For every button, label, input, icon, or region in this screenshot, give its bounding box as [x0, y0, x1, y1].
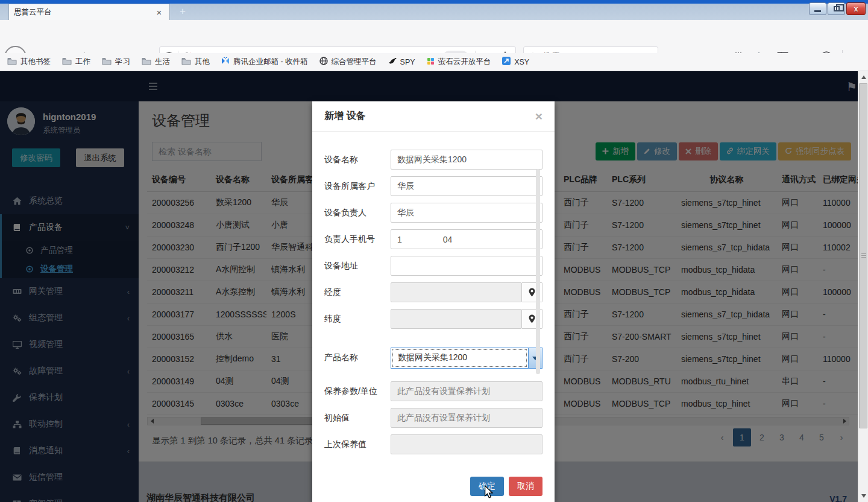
- field-label: 纬度: [324, 309, 391, 329]
- select-value: 数据网关采集1200: [392, 349, 527, 367]
- longitude-input: [391, 282, 522, 302]
- mouse-cursor: [483, 485, 495, 498]
- bookmark-label: 其他: [195, 57, 210, 67]
- modal-title: 新增 设备: [324, 110, 535, 122]
- form-row-longitude: 经度: [324, 282, 542, 302]
- form-row-device-name: 设备名称数据网关采集1200: [324, 150, 542, 170]
- browser-vertical-scrollbar[interactable]: [858, 71, 868, 502]
- form-row-address: 设备地址: [324, 256, 542, 276]
- last-maintain-value-input: [391, 434, 542, 454]
- latitude-input: [391, 309, 522, 329]
- tab-close-icon[interactable]: ×: [154, 7, 165, 17]
- field-label: 上次保养值: [324, 434, 391, 454]
- globe-icon: [319, 57, 328, 67]
- scrollbar-thumb[interactable]: [859, 83, 867, 428]
- field-label: 负责人手机号: [324, 229, 391, 249]
- product-name-select[interactable]: 数据网关采集1200: [391, 348, 542, 369]
- bookmark-other-bookmarks[interactable]: 其他书签: [7, 57, 51, 67]
- bookmark-label: 其他书签: [20, 57, 51, 67]
- bookmarks-bar: 其他书签工作学习生活其他腾讯企业邮箱 - 收件箱综合管理平台SPY萤石云开放平台…: [0, 53, 868, 71]
- bookmark-life[interactable]: 生活: [142, 57, 170, 67]
- bookmark-label: 综合管理平台: [332, 57, 377, 67]
- field-label: 设备地址: [324, 256, 391, 276]
- browser-titlebar: 思普云平台 × + x: [0, 0, 868, 20]
- xsy-icon: [502, 57, 511, 67]
- phone-visible-end: 04: [443, 235, 453, 244]
- minimize-icon: [814, 10, 821, 12]
- bookmark-management-platform[interactable]: 综合管理平台: [319, 57, 377, 67]
- form-row-product-name: 产品名称数据网关采集1200: [324, 348, 542, 369]
- modal-scrollbar-thumb[interactable]: [536, 169, 540, 374]
- bookmark-label: SPY: [400, 58, 415, 66]
- bookmark-label: 萤石云开放平台: [438, 57, 491, 67]
- scroll-down-arrow-icon[interactable]: [858, 491, 868, 501]
- field-label: 设备名称: [324, 150, 391, 170]
- map-pin-icon: [529, 288, 535, 297]
- bookmark-other[interactable]: 其他: [181, 57, 210, 67]
- field-label: 经度: [324, 282, 391, 302]
- browser-toolbar: ← → iot.idosp.net/admin/index.html?langu…: [0, 20, 868, 53]
- form-row-maintain-param: 保养参数/单位此产品没有设置保养计划: [324, 381, 542, 401]
- manager-phone-input[interactable]: 104: [391, 229, 542, 249]
- bookmark-label: 生活: [155, 57, 170, 67]
- scroll-up-arrow-icon[interactable]: [858, 72, 868, 82]
- window-close-button[interactable]: x: [846, 2, 866, 15]
- customer-input[interactable]: 华辰: [391, 176, 542, 196]
- folder-icon: [142, 57, 151, 67]
- bookmark-spy[interactable]: SPY: [388, 57, 415, 66]
- mail-blue-icon: [221, 57, 230, 66]
- close-icon: x: [854, 5, 858, 13]
- initial-value-input: 此产品没有设置保养计划: [391, 408, 542, 428]
- cancel-button[interactable]: 取消: [509, 477, 542, 496]
- form-row-manager: 设备负责人华辰: [324, 203, 542, 223]
- phone-visible-start: 1: [397, 235, 402, 244]
- window-minimize-button[interactable]: [809, 2, 826, 15]
- add-device-modal: 新增 设备 × 设备名称数据网关采集1200设备所属客户华辰设备负责人华辰负责人…: [312, 101, 555, 502]
- modal-close-icon[interactable]: ×: [535, 109, 542, 124]
- folder-icon: [102, 57, 112, 67]
- bookmark-tencent-mail[interactable]: 腾讯企业邮箱 - 收件箱: [221, 57, 308, 67]
- maintain-param-input: 此产品没有设置保养计划: [391, 381, 542, 401]
- web-page: ⚑ hignton2019 系统管理员 修改密码 退出系统 系统总览产品设备: [0, 71, 858, 502]
- folder-icon: [7, 57, 17, 67]
- bookmark-label: 工作: [75, 57, 90, 67]
- tab-title: 思普云平台: [14, 7, 154, 17]
- field-label: 保养参数/单位: [324, 381, 391, 401]
- folder-icon: [181, 57, 191, 67]
- folder-icon: [62, 57, 72, 67]
- map-pin-icon: [529, 314, 535, 323]
- restore-icon: [834, 6, 840, 11]
- field-label: 产品名称: [324, 348, 391, 369]
- window-restore-button[interactable]: [828, 2, 845, 15]
- bookmark-label: 腾讯企业邮箱 - 收件箱: [233, 57, 308, 67]
- field-label: 设备负责人: [324, 203, 391, 223]
- form-row-manager-phone: 负责人手机号104: [324, 229, 542, 249]
- bookmark-label: 学习: [115, 57, 130, 67]
- browser-tab[interactable]: 思普云平台 ×: [8, 4, 170, 20]
- spy-icon: [388, 57, 397, 66]
- field-label: 设备所属客户: [324, 176, 391, 196]
- manager-input[interactable]: 华辰: [391, 203, 542, 223]
- dots-color-icon: [427, 57, 435, 67]
- form-row-initial-value: 初始值此产品没有设置保养计划: [324, 408, 542, 428]
- device-name-input[interactable]: 数据网关采集1200: [391, 150, 542, 170]
- form-row-customer: 设备所属客户华辰: [324, 176, 542, 196]
- bookmark-study[interactable]: 学习: [102, 57, 130, 67]
- bookmark-ys-open-platform[interactable]: 萤石云开放平台: [427, 57, 491, 67]
- form-row-latitude: 纬度: [324, 309, 542, 329]
- field-label: 初始值: [324, 408, 391, 428]
- bookmark-xsy[interactable]: XSY: [502, 57, 529, 67]
- bookmark-label: XSY: [514, 58, 529, 66]
- bookmark-work[interactable]: 工作: [62, 57, 90, 67]
- address-input[interactable]: [391, 256, 542, 276]
- form-row-last-maintain-value: 上次保养值: [324, 434, 542, 454]
- screen: 思普云平台 × + x ← → iot.idosp.net/admin/inde…: [0, 0, 868, 502]
- new-tab-button[interactable]: +: [175, 5, 190, 19]
